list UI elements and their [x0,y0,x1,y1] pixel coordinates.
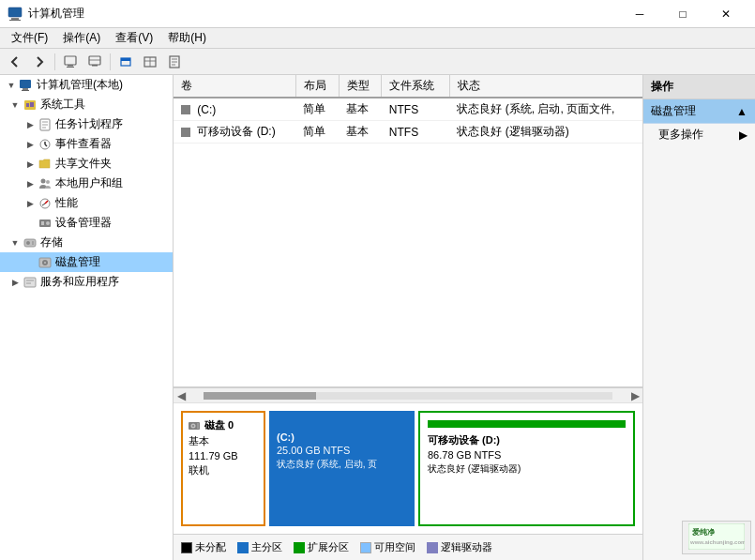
minimize-button[interactable]: ─ [618,0,661,28]
cell-status-c: 状态良好 (系统, 启动, 页面文件, [449,98,642,121]
svg-rect-19 [23,88,28,90]
local-users-label: 本地用户和组 [55,175,123,191]
toolbar-separator-2 [110,53,111,70]
svg-rect-5 [67,67,74,68]
scroll-thumb[interactable] [204,392,316,400]
disk-visual-area: 磁盘 0 基本 111.79 GB 联机 (C:) 25.00 GB NTFS … [174,402,642,534]
svg-rect-40 [26,241,30,245]
horizontal-scrollbar[interactable]: ◀ ▶ [174,387,642,402]
cell-type-c: 基本 [339,98,382,121]
table-row[interactable]: 可移动设备 (D:) 简单 基本 NTFS 状态良好 (逻辑驱动器) [174,121,642,144]
legend-color-primary [237,542,249,553]
menu-action[interactable]: 操作(A) [55,28,108,48]
sidebar-shared-folders[interactable]: ▶ 共享文件夹 [0,154,173,174]
sidebar-event-viewer[interactable]: ▶ 事件查看器 [0,134,173,154]
sidebar-services[interactable]: ▶ 服务和应用程序 [0,272,173,292]
svg-rect-20 [22,90,29,91]
col-fs[interactable]: 文件系统 [382,75,450,98]
back-button[interactable] [4,51,26,73]
forward-button[interactable] [28,51,51,73]
svg-point-32 [46,180,50,184]
svg-point-45 [44,262,46,264]
performance-icon [38,196,53,211]
expand-icon-svc: ▶ [8,275,23,290]
partition-c-label: (C:) [277,431,407,443]
table-header-row: 卷 布局 类型 文件系统 状态 [174,75,642,98]
vol-indicator-c [181,105,190,114]
toolbar-btn-5[interactable] [163,51,186,73]
svg-rect-18 [20,80,31,88]
sidebar-disk-mgmt[interactable]: ▶ 磁盘管理 [0,252,173,272]
expand-icon-tasks: ▶ [23,117,38,132]
right-panel-more-actions[interactable]: 更多操作 ▶ [643,124,755,145]
cell-type-d: 基本 [339,121,382,144]
disk-table-area[interactable]: 卷 布局 类型 文件系统 状态 (C:) 简单 基本 [174,75,642,387]
svg-rect-1 [11,18,19,20]
toolbar-btn-2[interactable] [83,51,106,73]
legend-label-logical: 逻辑驱动器 [441,540,492,554]
cell-vol-c: (C:) [174,98,295,121]
right-panel-item-arrow: ▶ [739,129,747,142]
sidebar-root[interactable]: ▼ 计算机管理(本地) [0,75,173,95]
cell-fs-d: NTFS [382,121,450,144]
disk-partitions: (C:) 25.00 GB NTFS 状态良好 (系统, 启动, 页 可移动设备… [269,411,635,526]
event-icon [38,137,53,152]
main-layout: ▼ 计算机管理(本地) ▼ 系统工具 [0,75,755,560]
sidebar-local-users[interactable]: ▶ 本地用户和组 [0,174,173,193]
svg-rect-4 [68,65,73,67]
folder-icon [38,157,53,172]
cell-layout-d: 简单 [295,121,339,144]
menu-help[interactable]: 帮助(H) [160,28,214,48]
col-type[interactable]: 类型 [339,75,382,98]
watermark-text: 爱纯净 www.aichunjing.com [688,540,745,552]
table-row[interactable]: (C:) 简单 基本 NTFS 状态良好 (系统, 启动, 页面文件, [174,98,642,121]
legend-color-free [360,542,371,553]
partition-c[interactable]: (C:) 25.00 GB NTFS 状态良好 (系统, 启动, 页 [269,411,415,526]
legend-bar: 未分配 主分区 扩展分区 可用空间 逻辑驱动器 [174,534,642,560]
toolbar-btn-1[interactable] [59,51,82,73]
svg-rect-37 [41,221,44,225]
partition-d-header [428,420,626,428]
disk-status: 联机 [189,463,258,477]
legend-logical: 逻辑驱动器 [427,540,492,554]
disk-table: 卷 布局 类型 文件系统 状态 (C:) 简单 基本 [174,75,642,144]
col-status[interactable]: 状态 [449,75,642,98]
sidebar-storage[interactable]: ▼ 存储 [0,233,173,252]
right-panel-disk-mgmt[interactable]: 磁盘管理 ▲ [643,99,755,124]
disk-icon [38,255,53,270]
legend-primary: 主分区 [237,540,282,554]
col-layout[interactable]: 布局 [295,75,339,98]
toolbar-btn-4[interactable] [139,51,161,73]
legend-label-free: 可用空间 [374,540,415,554]
svg-text:www.aichunjing.com: www.aichunjing.com [689,539,745,545]
svg-rect-23 [30,102,34,107]
scroll-track[interactable] [204,392,612,400]
disk-name: 磁盘 0 [189,418,258,432]
maximize-button[interactable]: □ [661,0,704,28]
partition-c-size: 25.00 GB NTFS [277,445,407,456]
disk-type: 基本 [189,434,258,448]
right-panel-item-label: 更多操作 [658,127,703,143]
toolbar-btn-3[interactable] [114,51,137,73]
svg-text:爱纯净: 爱纯净 [692,527,716,537]
sidebar-system-tools[interactable]: ▼ 系统工具 [0,95,173,114]
task-icon [38,117,53,132]
svg-rect-10 [121,58,130,61]
legend-color-extended [294,542,305,553]
col-vol[interactable]: 卷 [174,75,295,98]
sidebar-performance[interactable]: ▶ 性能 [0,193,173,213]
sidebar-device-manager[interactable]: ▶ 设备管理器 [0,213,173,233]
menu-view[interactable]: 查看(V) [108,28,160,48]
expand-icon-event: ▶ [23,137,38,152]
partition-d[interactable]: 可移动设备 (D:) 86.78 GB NTFS 状态良好 (逻辑驱动器) [418,411,635,526]
cell-status-d: 状态良好 (逻辑驱动器) [449,121,642,144]
sidebar-task-scheduler[interactable]: ▶ 任务计划程序 [0,114,173,134]
device-icon [38,216,53,231]
close-button[interactable]: ✕ [704,0,747,28]
expand-icon-perf: ▶ [23,196,38,211]
right-panel-section-arrow: ▲ [736,105,747,118]
title-bar: 计算机管理 ─ □ ✕ [0,0,755,28]
expand-icon-storage: ▼ [8,235,23,250]
disk-info-box[interactable]: 磁盘 0 基本 111.79 GB 联机 [181,411,265,526]
menu-file[interactable]: 文件(F) [4,28,55,48]
